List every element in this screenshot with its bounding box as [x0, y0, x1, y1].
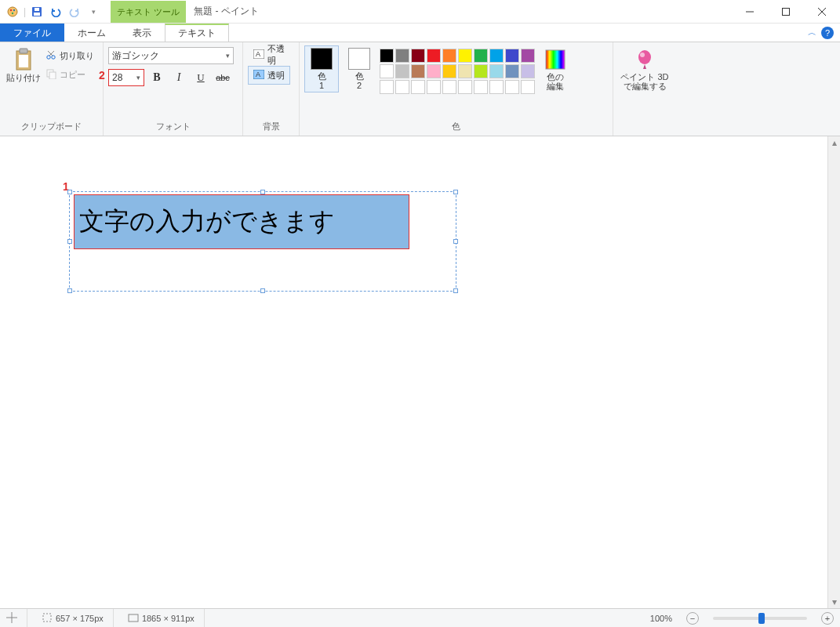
qat-dropdown-icon[interactable]: ▾ [85, 4, 101, 20]
status-cursor-section [6, 609, 27, 627]
tab-file[interactable]: ファイル [0, 24, 64, 42]
resize-handle-e[interactable] [453, 239, 458, 244]
canvas-size-value: 1865 × 911px [142, 614, 195, 623]
palette-color[interactable] [380, 64, 394, 78]
palette-color[interactable] [395, 49, 409, 63]
palette-color[interactable] [505, 49, 519, 63]
color2-button[interactable]: 色 2 [342, 45, 376, 92]
font-family-combo[interactable]: 游ゴシック ▾ [108, 47, 234, 64]
svg-point-0 [8, 7, 17, 16]
cut-button[interactable]: 切り取り [45, 47, 94, 64]
bold-button[interactable]: B [147, 69, 166, 86]
palette-color[interactable] [458, 49, 472, 63]
palette-color[interactable] [505, 80, 519, 94]
zoom-out-button[interactable]: − [686, 612, 699, 625]
palette-color[interactable] [458, 64, 472, 78]
paint-app-icon [5, 4, 20, 20]
text-tools-contextual-tab: テキスト ツール [111, 1, 186, 23]
palette-color[interactable] [395, 80, 409, 94]
palette-color[interactable] [474, 64, 488, 78]
maximize-button[interactable] [768, 0, 804, 24]
palette-color[interactable] [442, 80, 456, 94]
svg-rect-12 [20, 49, 27, 53]
tab-home[interactable]: ホーム [64, 24, 119, 42]
rainbow-icon [543, 47, 568, 72]
tab-view-label: 表示 [133, 27, 151, 40]
ribbon-group-colors: 色 1 色 2 色の 編集 色 [300, 42, 613, 136]
redo-icon[interactable] [67, 4, 82, 20]
palette-color[interactable] [411, 80, 425, 94]
copy-icon [45, 68, 56, 81]
opaque-button[interactable]: A 不透明 [248, 45, 294, 64]
color1-label: 色 1 [318, 71, 326, 90]
help-icon[interactable]: ? [821, 27, 834, 39]
palette-color[interactable] [442, 64, 456, 78]
palette-color[interactable] [380, 49, 394, 63]
palette-color[interactable] [489, 64, 504, 78]
resize-handle-sw[interactable] [67, 288, 72, 293]
palette-color[interactable] [442, 49, 456, 63]
scroll-down-icon[interactable]: ▾ [828, 596, 840, 608]
svg-rect-6 [35, 8, 39, 11]
zoom-slider-knob[interactable] [758, 613, 765, 624]
annotation-2: 2 [99, 69, 105, 82]
palette-color[interactable] [427, 80, 441, 94]
quick-access-toolbar: | ▾ [0, 4, 101, 20]
scroll-up-icon[interactable]: ▴ [828, 136, 840, 149]
close-button[interactable] [804, 0, 840, 24]
palette-color[interactable] [489, 49, 504, 63]
svg-rect-24 [546, 50, 565, 69]
svg-point-3 [12, 12, 13, 13]
title-bar: | ▾ テキスト ツール 無題 - ペイント [0, 0, 840, 24]
ribbon-collapse-icon[interactable]: ︿ [808, 27, 816, 38]
palette-color[interactable] [411, 49, 425, 63]
text-selection-box[interactable]: 文字の入力ができます [74, 194, 409, 249]
palette-color[interactable] [521, 64, 535, 78]
transparent-button[interactable]: A 透明 [248, 66, 290, 85]
tools-tab-label: テキスト ツール [117, 7, 180, 16]
undo-icon[interactable] [48, 4, 64, 20]
zoom-slider[interactable] [713, 617, 807, 620]
palette-color[interactable] [380, 80, 394, 94]
color1-button[interactable]: 色 1 [304, 45, 339, 92]
palette-color[interactable] [427, 49, 441, 63]
palette-color[interactable] [505, 64, 519, 78]
font-family-value: 游ゴシック [112, 49, 159, 63]
resize-handle-w[interactable] [67, 239, 72, 244]
strikethrough-button[interactable]: abc [213, 69, 232, 86]
underline-button[interactable]: U [191, 69, 210, 86]
italic-button[interactable]: I [169, 69, 188, 86]
resize-handle-s[interactable] [260, 288, 265, 293]
zoom-in-button[interactable]: + [821, 612, 834, 625]
palette-color[interactable] [474, 80, 488, 94]
palette-color[interactable] [411, 64, 425, 78]
palette-color[interactable] [458, 80, 472, 94]
palette-color[interactable] [395, 64, 409, 78]
paste-button[interactable]: 貼り付け [5, 45, 42, 85]
minimize-button[interactable] [732, 0, 768, 24]
status-bar: 657 × 175px 1865 × 911px 100% − + [0, 608, 840, 627]
canvas-area[interactable]: 1 文字の入力ができます ▴ ▾ [0, 136, 840, 608]
palette-color[interactable] [427, 64, 441, 78]
palette-color[interactable] [489, 80, 504, 94]
resize-handle-ne[interactable] [453, 190, 458, 194]
svg-point-26 [640, 53, 645, 57]
palette-color[interactable] [474, 49, 488, 63]
window-controls [732, 0, 840, 24]
canvas[interactable]: 1 文字の入力ができます [0, 136, 827, 608]
resize-handle-nw[interactable] [67, 190, 72, 194]
tab-view[interactable]: 表示 [119, 24, 165, 42]
palette-color[interactable] [521, 49, 535, 63]
save-icon[interactable] [29, 4, 45, 20]
paste-label: 貼り付け [6, 72, 41, 84]
vertical-scrollbar[interactable]: ▴ ▾ [827, 136, 840, 608]
font-size-combo[interactable]: 28 ▾ [108, 69, 144, 86]
paint3d-button[interactable]: ペイント 3D で編集する [618, 45, 671, 92]
resize-handle-se[interactable] [453, 288, 458, 293]
balloon-icon [632, 47, 657, 72]
copy-button[interactable]: コピー [45, 66, 94, 83]
transparent-icon: A [253, 70, 264, 81]
edit-colors-button[interactable]: 色の 編集 [538, 45, 573, 92]
palette-color[interactable] [521, 80, 535, 94]
tab-text[interactable]: テキスト [165, 24, 229, 42]
